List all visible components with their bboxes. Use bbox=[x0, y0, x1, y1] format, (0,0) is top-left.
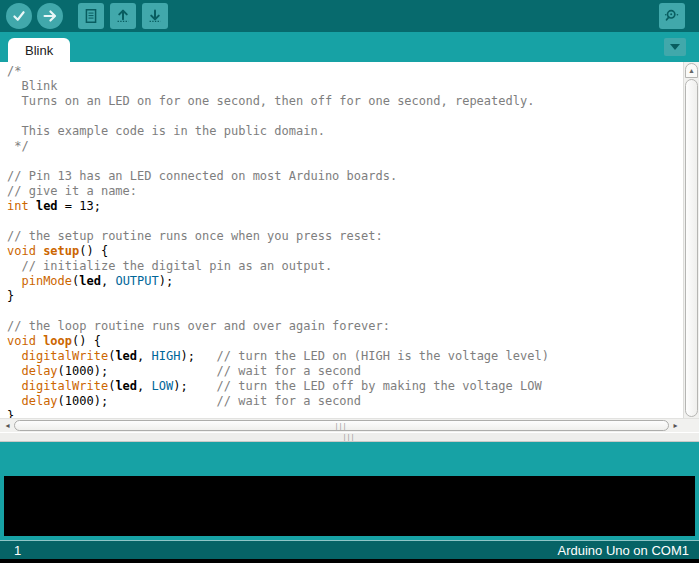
tab-blink[interactable]: Blink bbox=[8, 38, 70, 62]
status-and-console-area bbox=[0, 442, 699, 540]
console-output bbox=[4, 476, 695, 536]
vertical-scrollbar[interactable]: ▲ bbox=[683, 62, 699, 418]
window-bottom-edge bbox=[0, 559, 699, 563]
scrollbar-corner bbox=[683, 419, 699, 432]
serial-monitor-button[interactable] bbox=[659, 3, 685, 29]
new-sketch-button[interactable] bbox=[78, 3, 104, 29]
check-icon bbox=[9, 6, 29, 26]
toolbar bbox=[0, 0, 699, 32]
magnifier-icon bbox=[662, 6, 682, 26]
arrow-down-icon bbox=[145, 6, 165, 26]
scrollbar-grip: ||| bbox=[335, 422, 347, 430]
splitter-grip: ||| bbox=[343, 433, 355, 441]
line-number: 1 bbox=[14, 543, 21, 558]
scroll-right-arrow-icon[interactable]: ▸ bbox=[669, 420, 682, 431]
open-button[interactable] bbox=[110, 3, 136, 29]
code-lines[interactable]: /* Blink Turns on an LED on for one seco… bbox=[0, 62, 683, 418]
status-bar: 1 Arduino Uno on COM1 bbox=[0, 540, 699, 559]
horizontal-scrollbar[interactable]: ◂ ||| ▸ bbox=[0, 419, 683, 432]
editor-console-splitter[interactable]: ||| bbox=[0, 432, 699, 442]
editor-area: /* Blink Turns on an LED on for one seco… bbox=[0, 62, 699, 418]
verify-button[interactable] bbox=[6, 3, 32, 29]
tab-menu-button[interactable] bbox=[664, 38, 686, 56]
upload-button[interactable] bbox=[37, 3, 63, 29]
scroll-left-arrow-icon[interactable]: ◂ bbox=[1, 420, 14, 431]
board-port-label: Arduino Uno on COM1 bbox=[557, 543, 689, 558]
chevron-down-icon bbox=[668, 42, 682, 52]
scroll-up-arrow-icon[interactable]: ▲ bbox=[685, 63, 698, 78]
save-button[interactable] bbox=[142, 3, 168, 29]
tab-strip: Blink bbox=[0, 32, 699, 62]
document-icon bbox=[81, 6, 101, 26]
arrow-up-icon bbox=[113, 6, 133, 26]
horizontal-scrollbar-thumb[interactable]: ||| bbox=[14, 420, 669, 431]
arduino-ide-window: Blink /* Blink Turns on an LED on for on… bbox=[0, 0, 699, 563]
horizontal-scrollbar-row: ◂ ||| ▸ bbox=[0, 418, 699, 432]
tab-label: Blink bbox=[25, 43, 53, 58]
arrow-right-icon bbox=[40, 6, 60, 26]
vertical-scrollbar-thumb[interactable] bbox=[685, 79, 698, 417]
